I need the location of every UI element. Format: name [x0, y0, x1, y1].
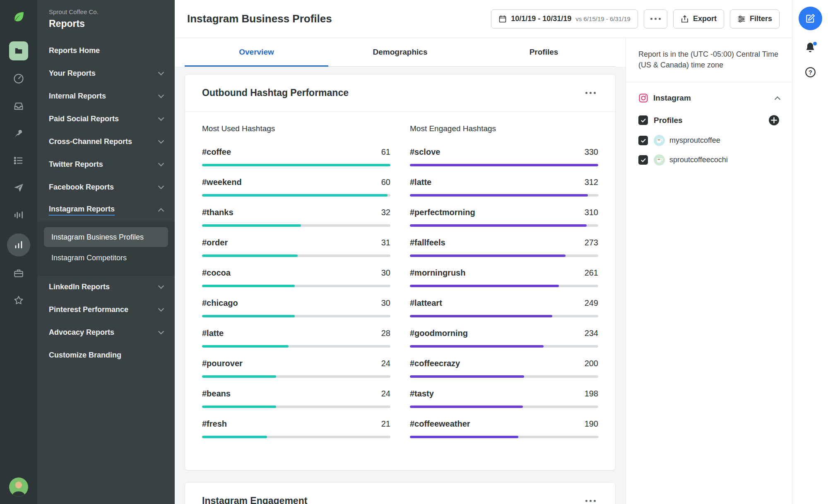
- sidebar-item-label: LinkedIn Reports: [49, 283, 110, 291]
- sidebar-item-facebook-reports[interactable]: Facebook Reports: [37, 176, 175, 199]
- favorites-nav-button[interactable]: [13, 295, 24, 306]
- chevron-down-icon: [158, 183, 164, 189]
- sidebar-item-twitter-reports[interactable]: Twitter Reports: [37, 153, 175, 176]
- chevron-down-icon: [158, 306, 164, 312]
- hashtag-bar-fill: [202, 285, 295, 287]
- instagram-engagement-card: Instagram Engagement: [185, 482, 616, 504]
- card-more-button[interactable]: [583, 497, 598, 504]
- sidebar-item-paid-social-reports[interactable]: Paid Social Reports: [37, 108, 175, 130]
- list-icon: [13, 155, 24, 166]
- instagram-network-row[interactable]: Instagram: [626, 82, 792, 110]
- hashtag-label: #sclove: [410, 147, 440, 157]
- tab-profiles[interactable]: Profiles: [472, 38, 616, 66]
- reports-nav-button-active[interactable]: [7, 233, 30, 257]
- page-title: Instagram Business Profiles: [187, 12, 332, 25]
- hashtag-bar-track: [202, 436, 390, 438]
- messages-nav-button[interactable]: [13, 182, 24, 194]
- hashtag-value: 200: [585, 359, 598, 368]
- hashtag-label: #thanks: [202, 208, 233, 217]
- hashtag-row: #latte28: [202, 329, 390, 348]
- profile-checkbox-checked[interactable]: [638, 136, 648, 145]
- hashtag-bar-fill: [202, 254, 298, 257]
- check-icon: [640, 138, 646, 144]
- notifications-button[interactable]: [804, 42, 816, 55]
- hashtag-row: #latteart249: [410, 298, 598, 317]
- help-button[interactable]: ?: [805, 67, 816, 79]
- hashtag-bar-fill: [202, 164, 390, 166]
- center-body: OverviewDemographicsProfiles Outbound Ha…: [175, 38, 792, 504]
- hashtag-row: #order31: [202, 238, 390, 257]
- sidebar-item-internal-reports[interactable]: Internal Reports: [37, 85, 175, 108]
- tab-bar: OverviewDemographicsProfiles: [185, 38, 616, 67]
- chevron-down-icon: [158, 283, 164, 289]
- hashtag-value: 261: [585, 268, 598, 278]
- profile-row: sproutcoffeecochi: [626, 150, 792, 170]
- sidebar-header: Sprout Coffee Co. Reports: [37, 8, 175, 29]
- sidebar-item-advocacy-reports[interactable]: Advocacy Reports: [37, 321, 175, 344]
- sidebar-item-customize-branding[interactable]: Customize Branding: [37, 344, 175, 367]
- listening-nav-button[interactable]: [13, 209, 24, 221]
- tab-overview[interactable]: Overview: [185, 38, 328, 66]
- compose-button[interactable]: [799, 7, 822, 30]
- tab-demographics[interactable]: Demographics: [328, 38, 472, 66]
- most-engaged-hashtags-column: Most Engaged Hashtags #sclove330#latte31…: [410, 124, 598, 449]
- hashtag-bar-fill: [202, 406, 276, 408]
- hashtag-label: #goodmorning: [410, 329, 468, 338]
- add-profile-button[interactable]: [768, 115, 780, 126]
- sidebar-item-instagram-reports[interactable]: Instagram Reports: [37, 199, 175, 221]
- publishing-nav-button[interactable]: [13, 127, 24, 139]
- inbox-icon: [13, 100, 24, 112]
- sidebar-item-linkedin-reports[interactable]: LinkedIn Reports: [37, 276, 175, 298]
- integrations-nav-button[interactable]: [13, 267, 24, 279]
- hashtag-bar-track: [410, 224, 598, 227]
- folder-nav-button[interactable]: [9, 41, 28, 60]
- hashtag-bar-track: [202, 164, 390, 166]
- timezone-note: Report is in the (UTC -05:00) Central Ti…: [626, 38, 792, 82]
- hashtag-bar-track: [410, 375, 598, 378]
- hashtag-label: #perfectmorning: [410, 208, 475, 217]
- sidebar-item-cross-channel-reports[interactable]: Cross-Channel Reports: [37, 130, 175, 153]
- sidebar-item-label: Advocacy Reports: [49, 328, 114, 337]
- hashtag-label: #cocoa: [202, 268, 231, 278]
- network-label: Instagram: [653, 94, 691, 103]
- hashtag-performance-card: Outbound Hashtag Performance Most Used H…: [185, 74, 616, 470]
- hashtag-bar-track: [202, 194, 390, 197]
- sprout-logo[interactable]: [11, 7, 26, 28]
- profile-name: sproutcoffeecochi: [669, 156, 728, 164]
- ellipsis-icon: [648, 15, 663, 22]
- hashtag-bar-track: [202, 406, 390, 408]
- user-avatar[interactable]: [9, 478, 28, 497]
- hashtag-bar-fill: [410, 164, 598, 166]
- date-range-button[interactable]: 10/1/19 - 10/31/19 vs 6/15/19 - 6/31/19: [491, 10, 638, 29]
- inbox-nav-button[interactable]: [13, 100, 24, 112]
- hashtag-value: 30: [381, 298, 390, 308]
- card-more-button[interactable]: [583, 89, 598, 96]
- more-options-button[interactable]: [644, 10, 667, 29]
- hashtag-label: #order: [202, 238, 228, 247]
- profile-checkbox-checked[interactable]: [638, 155, 648, 165]
- briefcase-icon: [13, 268, 24, 278]
- hashtag-bar-track: [410, 254, 598, 257]
- sidebar-item-label: Internal Reports: [49, 92, 106, 101]
- dashboard-nav-button[interactable]: [13, 73, 24, 84]
- export-button[interactable]: Export: [673, 10, 724, 29]
- hashtag-label: #pourover: [202, 359, 243, 368]
- hashtag-rows: #coffee61#weekend60#thanks32#order31#coc…: [202, 147, 390, 438]
- chevron-down-icon: [158, 70, 164, 75]
- column-title: Most Used Hashtags: [202, 124, 390, 133]
- filters-button[interactable]: Filters: [730, 10, 780, 29]
- svg-text:?: ?: [809, 69, 812, 76]
- sidebar-item-your-reports[interactable]: Your Reports: [37, 62, 175, 85]
- profiles-checkbox-checked[interactable]: [638, 115, 648, 125]
- sidebar-subitem-instagram-business-profiles[interactable]: Instagram Business Profiles: [44, 227, 168, 247]
- export-icon: [681, 15, 689, 23]
- hashtag-label: #weekend: [202, 178, 242, 187]
- paper-plane-icon: [13, 182, 24, 193]
- chevron-up-icon[interactable]: [775, 96, 780, 102]
- sidebar-subitem-instagram-competitors[interactable]: Instagram Competitors: [44, 248, 168, 268]
- sidebar-item-pinterest-performance[interactable]: Pinterest Performance: [37, 298, 175, 321]
- tasks-nav-button[interactable]: [13, 155, 24, 166]
- hashtag-value: 234: [585, 329, 598, 338]
- hashtag-label: #coffeecrazy: [410, 359, 460, 368]
- sidebar-item-reports-home[interactable]: Reports Home: [37, 39, 175, 62]
